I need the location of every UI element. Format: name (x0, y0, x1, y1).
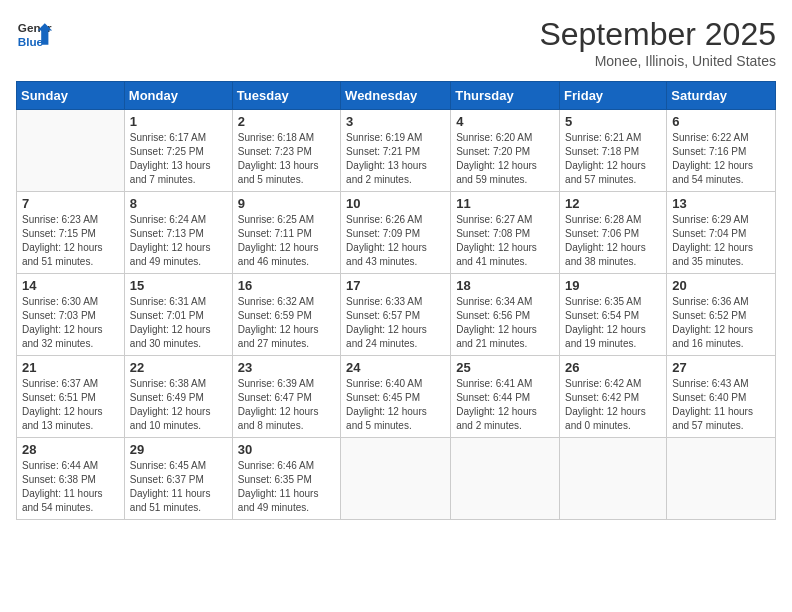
day-info: Sunrise: 6:30 AM Sunset: 7:03 PM Dayligh… (22, 295, 119, 351)
calendar-cell: 10Sunrise: 6:26 AM Sunset: 7:09 PM Dayli… (341, 192, 451, 274)
day-info: Sunrise: 6:45 AM Sunset: 6:37 PM Dayligh… (130, 459, 227, 515)
day-info: Sunrise: 6:44 AM Sunset: 6:38 PM Dayligh… (22, 459, 119, 515)
svg-text:Blue: Blue (18, 35, 44, 48)
day-info: Sunrise: 6:28 AM Sunset: 7:06 PM Dayligh… (565, 213, 661, 269)
calendar-cell (17, 110, 125, 192)
day-number: 18 (456, 278, 554, 293)
calendar-cell: 1Sunrise: 6:17 AM Sunset: 7:25 PM Daylig… (124, 110, 232, 192)
day-number: 7 (22, 196, 119, 211)
day-number: 23 (238, 360, 335, 375)
day-info: Sunrise: 6:35 AM Sunset: 6:54 PM Dayligh… (565, 295, 661, 351)
day-info: Sunrise: 6:18 AM Sunset: 7:23 PM Dayligh… (238, 131, 335, 187)
calendar-cell: 3Sunrise: 6:19 AM Sunset: 7:21 PM Daylig… (341, 110, 451, 192)
day-info: Sunrise: 6:39 AM Sunset: 6:47 PM Dayligh… (238, 377, 335, 433)
day-of-week-header: Saturday (667, 82, 776, 110)
header: General Blue September 2025 Monee, Illin… (16, 16, 776, 69)
calendar-cell: 8Sunrise: 6:24 AM Sunset: 7:13 PM Daylig… (124, 192, 232, 274)
day-number: 14 (22, 278, 119, 293)
day-of-week-header: Monday (124, 82, 232, 110)
day-info: Sunrise: 6:19 AM Sunset: 7:21 PM Dayligh… (346, 131, 445, 187)
calendar-table: SundayMondayTuesdayWednesdayThursdayFrid… (16, 81, 776, 520)
calendar-cell: 6Sunrise: 6:22 AM Sunset: 7:16 PM Daylig… (667, 110, 776, 192)
day-number: 26 (565, 360, 661, 375)
calendar-cell: 7Sunrise: 6:23 AM Sunset: 7:15 PM Daylig… (17, 192, 125, 274)
calendar-cell: 24Sunrise: 6:40 AM Sunset: 6:45 PM Dayli… (341, 356, 451, 438)
day-of-week-header: Tuesday (232, 82, 340, 110)
logo: General Blue (16, 16, 52, 52)
day-number: 30 (238, 442, 335, 457)
day-number: 28 (22, 442, 119, 457)
day-info: Sunrise: 6:32 AM Sunset: 6:59 PM Dayligh… (238, 295, 335, 351)
day-info: Sunrise: 6:26 AM Sunset: 7:09 PM Dayligh… (346, 213, 445, 269)
day-of-week-header: Thursday (451, 82, 560, 110)
calendar-cell: 13Sunrise: 6:29 AM Sunset: 7:04 PM Dayli… (667, 192, 776, 274)
day-info: Sunrise: 6:17 AM Sunset: 7:25 PM Dayligh… (130, 131, 227, 187)
day-info: Sunrise: 6:41 AM Sunset: 6:44 PM Dayligh… (456, 377, 554, 433)
day-number: 20 (672, 278, 770, 293)
calendar-cell: 15Sunrise: 6:31 AM Sunset: 7:01 PM Dayli… (124, 274, 232, 356)
calendar-cell (560, 438, 667, 520)
day-info: Sunrise: 6:27 AM Sunset: 7:08 PM Dayligh… (456, 213, 554, 269)
day-info: Sunrise: 6:21 AM Sunset: 7:18 PM Dayligh… (565, 131, 661, 187)
calendar-week-row: 14Sunrise: 6:30 AM Sunset: 7:03 PM Dayli… (17, 274, 776, 356)
calendar-cell: 17Sunrise: 6:33 AM Sunset: 6:57 PM Dayli… (341, 274, 451, 356)
day-of-week-header: Friday (560, 82, 667, 110)
logo-icon: General Blue (16, 16, 52, 52)
day-number: 19 (565, 278, 661, 293)
calendar-cell: 22Sunrise: 6:38 AM Sunset: 6:49 PM Dayli… (124, 356, 232, 438)
calendar-cell: 27Sunrise: 6:43 AM Sunset: 6:40 PM Dayli… (667, 356, 776, 438)
day-number: 25 (456, 360, 554, 375)
calendar-cell: 2Sunrise: 6:18 AM Sunset: 7:23 PM Daylig… (232, 110, 340, 192)
calendar-week-row: 7Sunrise: 6:23 AM Sunset: 7:15 PM Daylig… (17, 192, 776, 274)
calendar-cell: 28Sunrise: 6:44 AM Sunset: 6:38 PM Dayli… (17, 438, 125, 520)
day-number: 3 (346, 114, 445, 129)
day-info: Sunrise: 6:37 AM Sunset: 6:51 PM Dayligh… (22, 377, 119, 433)
day-info: Sunrise: 6:33 AM Sunset: 6:57 PM Dayligh… (346, 295, 445, 351)
day-info: Sunrise: 6:34 AM Sunset: 6:56 PM Dayligh… (456, 295, 554, 351)
calendar-cell: 14Sunrise: 6:30 AM Sunset: 7:03 PM Dayli… (17, 274, 125, 356)
day-number: 13 (672, 196, 770, 211)
calendar-cell: 19Sunrise: 6:35 AM Sunset: 6:54 PM Dayli… (560, 274, 667, 356)
day-number: 11 (456, 196, 554, 211)
calendar-cell: 4Sunrise: 6:20 AM Sunset: 7:20 PM Daylig… (451, 110, 560, 192)
day-number: 2 (238, 114, 335, 129)
day-number: 24 (346, 360, 445, 375)
day-number: 4 (456, 114, 554, 129)
day-info: Sunrise: 6:46 AM Sunset: 6:35 PM Dayligh… (238, 459, 335, 515)
month-title: September 2025 (539, 16, 776, 53)
day-info: Sunrise: 6:31 AM Sunset: 7:01 PM Dayligh… (130, 295, 227, 351)
day-info: Sunrise: 6:29 AM Sunset: 7:04 PM Dayligh… (672, 213, 770, 269)
calendar-cell: 23Sunrise: 6:39 AM Sunset: 6:47 PM Dayli… (232, 356, 340, 438)
day-info: Sunrise: 6:36 AM Sunset: 6:52 PM Dayligh… (672, 295, 770, 351)
calendar-cell: 20Sunrise: 6:36 AM Sunset: 6:52 PM Dayli… (667, 274, 776, 356)
days-of-week-row: SundayMondayTuesdayWednesdayThursdayFrid… (17, 82, 776, 110)
calendar-cell: 16Sunrise: 6:32 AM Sunset: 6:59 PM Dayli… (232, 274, 340, 356)
day-number: 10 (346, 196, 445, 211)
calendar-week-row: 21Sunrise: 6:37 AM Sunset: 6:51 PM Dayli… (17, 356, 776, 438)
day-number: 1 (130, 114, 227, 129)
day-info: Sunrise: 6:43 AM Sunset: 6:40 PM Dayligh… (672, 377, 770, 433)
calendar-week-row: 1Sunrise: 6:17 AM Sunset: 7:25 PM Daylig… (17, 110, 776, 192)
calendar-cell: 5Sunrise: 6:21 AM Sunset: 7:18 PM Daylig… (560, 110, 667, 192)
day-number: 27 (672, 360, 770, 375)
calendar-cell (451, 438, 560, 520)
calendar-cell (667, 438, 776, 520)
day-number: 9 (238, 196, 335, 211)
calendar-week-row: 28Sunrise: 6:44 AM Sunset: 6:38 PM Dayli… (17, 438, 776, 520)
calendar-cell: 26Sunrise: 6:42 AM Sunset: 6:42 PM Dayli… (560, 356, 667, 438)
day-info: Sunrise: 6:25 AM Sunset: 7:11 PM Dayligh… (238, 213, 335, 269)
calendar-cell: 12Sunrise: 6:28 AM Sunset: 7:06 PM Dayli… (560, 192, 667, 274)
day-number: 17 (346, 278, 445, 293)
day-number: 12 (565, 196, 661, 211)
calendar-cell: 11Sunrise: 6:27 AM Sunset: 7:08 PM Dayli… (451, 192, 560, 274)
day-number: 29 (130, 442, 227, 457)
day-number: 15 (130, 278, 227, 293)
day-info: Sunrise: 6:24 AM Sunset: 7:13 PM Dayligh… (130, 213, 227, 269)
calendar-body: 1Sunrise: 6:17 AM Sunset: 7:25 PM Daylig… (17, 110, 776, 520)
location-title: Monee, Illinois, United States (539, 53, 776, 69)
title-area: September 2025 Monee, Illinois, United S… (539, 16, 776, 69)
day-info: Sunrise: 6:42 AM Sunset: 6:42 PM Dayligh… (565, 377, 661, 433)
day-of-week-header: Sunday (17, 82, 125, 110)
calendar-cell: 30Sunrise: 6:46 AM Sunset: 6:35 PM Dayli… (232, 438, 340, 520)
calendar-cell: 25Sunrise: 6:41 AM Sunset: 6:44 PM Dayli… (451, 356, 560, 438)
